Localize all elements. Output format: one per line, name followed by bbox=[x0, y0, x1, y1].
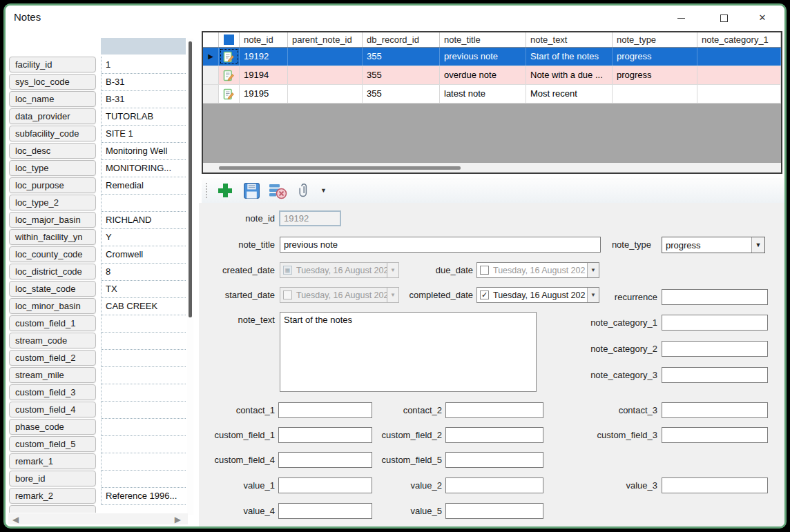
field-value-cell[interactable]: B-31 bbox=[102, 74, 186, 91]
cell-note_id[interactable]: 19192 bbox=[240, 48, 288, 66]
cell-note_title[interactable]: latest note bbox=[440, 85, 526, 103]
cell-parent_note_id[interactable] bbox=[288, 66, 363, 84]
vertical-scrollbar-thumb[interactable] bbox=[189, 41, 192, 317]
value-3-field[interactable] bbox=[662, 477, 768, 493]
value-1-field[interactable] bbox=[278, 477, 372, 493]
completed-date-picker[interactable]: ✓ Tuesday, 16 August 202 ▼ bbox=[476, 287, 599, 303]
custom-field-3-field[interactable] bbox=[662, 427, 768, 443]
field-label-button[interactable]: facility_id bbox=[9, 57, 96, 72]
attachment-button[interactable] bbox=[294, 181, 314, 200]
contact-2-field[interactable] bbox=[445, 402, 543, 418]
column-header-note_category_1[interactable]: note_category_1 bbox=[697, 32, 781, 47]
column-header-db_record_id[interactable]: db_record_id bbox=[363, 32, 440, 47]
completed-date-checkbox[interactable]: ✓ bbox=[480, 290, 489, 299]
field-label-button[interactable]: loc_minor_basin bbox=[9, 298, 96, 314]
cell-note_text[interactable]: Most recent bbox=[526, 85, 613, 103]
field-value-cell[interactable] bbox=[102, 333, 186, 350]
minimize-button[interactable] bbox=[666, 10, 696, 26]
table-row[interactable]: 19194355overdue noteNote with a due ...p… bbox=[203, 66, 781, 85]
note-category-1-field[interactable] bbox=[662, 315, 768, 331]
table-horizontal-scrollbar[interactable] bbox=[203, 163, 781, 173]
field-label-button[interactable]: within_facility_yn bbox=[9, 229, 96, 245]
column-header-parent_note_id[interactable]: parent_note_id bbox=[288, 32, 363, 47]
table-row[interactable]: ▶19192355previous noteStart of the notes… bbox=[203, 48, 781, 66]
contact-1-field[interactable] bbox=[278, 402, 372, 418]
toolbar-more-button[interactable]: ▼ bbox=[320, 187, 327, 194]
cell-note_type[interactable] bbox=[613, 85, 697, 103]
chevron-down-icon[interactable]: ▼ bbox=[387, 288, 398, 302]
maximize-button[interactable] bbox=[709, 10, 739, 26]
row-indicator-cell[interactable] bbox=[203, 66, 219, 84]
field-value-cell[interactable]: MONITORING... bbox=[102, 160, 186, 177]
chevron-down-icon[interactable]: ▼ bbox=[587, 288, 599, 302]
field-label-button[interactable]: sys_loc_code bbox=[9, 74, 96, 90]
note-id-field[interactable] bbox=[279, 210, 341, 226]
column-header-note_title[interactable]: note_title bbox=[440, 32, 526, 47]
field-value-cell[interactable] bbox=[102, 419, 186, 436]
field-label-button[interactable]: custom_field_3 bbox=[9, 384, 96, 400]
field-label-button[interactable]: custom_field_5 bbox=[9, 436, 96, 452]
cell-db_record_id[interactable]: 355 bbox=[363, 66, 440, 84]
table-scrollbar-thumb[interactable] bbox=[219, 166, 461, 170]
custom-field-1-field[interactable] bbox=[278, 427, 372, 443]
field-value-cell[interactable]: SITE 1 bbox=[102, 126, 186, 143]
row-indicator-cell[interactable]: ▶ bbox=[203, 48, 219, 66]
field-value-cell[interactable]: CAB CREEK bbox=[102, 298, 186, 315]
cell-note_type[interactable]: progress bbox=[613, 66, 697, 84]
scroll-right-icon[interactable]: ▶ bbox=[175, 515, 181, 524]
cell-note_type[interactable]: progress bbox=[613, 48, 697, 66]
field-label-button[interactable]: loc_county_code bbox=[9, 246, 96, 262]
value-5-field[interactable] bbox=[445, 503, 543, 519]
field-label-button[interactable]: stream_code bbox=[9, 333, 96, 348]
field-label-button[interactable]: loc_desc bbox=[9, 143, 96, 159]
field-value-cell[interactable]: Cromwell bbox=[102, 246, 186, 264]
started-date-picker[interactable]: Tuesday, 16 August 202 ▼ bbox=[280, 287, 399, 303]
field-value-cell[interactable]: Reference 1996... bbox=[102, 488, 186, 505]
scroll-left-icon[interactable]: ◀ bbox=[12, 515, 19, 524]
note-title-field[interactable] bbox=[280, 237, 601, 253]
field-label-button[interactable]: loc_type_2 bbox=[9, 195, 96, 210]
note-text-field[interactable]: Start of the notes bbox=[280, 312, 537, 392]
field-label-button[interactable]: loc_type bbox=[9, 160, 96, 176]
created-date-picker[interactable]: ▦ Tuesday, 16 August 202 ▼ bbox=[280, 262, 399, 278]
cell-note_id[interactable]: 19194 bbox=[240, 66, 288, 84]
field-value-cell[interactable] bbox=[102, 453, 186, 471]
custom-field-4-field[interactable] bbox=[278, 452, 372, 468]
delete-note-button[interactable] bbox=[268, 181, 287, 200]
field-label-button[interactable]: loc_state_code bbox=[9, 281, 96, 297]
note-icon-cell[interactable] bbox=[219, 85, 240, 103]
field-label-button[interactable]: subfacility_code bbox=[9, 126, 96, 141]
chevron-down-icon[interactable]: ▼ bbox=[387, 263, 398, 277]
add-note-button[interactable] bbox=[215, 181, 235, 200]
field-label-button[interactable]: stream_mile bbox=[9, 367, 96, 383]
field-value-cell[interactable] bbox=[102, 384, 186, 402]
cell-note_category_1[interactable] bbox=[697, 85, 781, 103]
field-value-cell[interactable]: RICHLAND bbox=[102, 212, 186, 229]
note-icon-cell[interactable] bbox=[219, 66, 240, 84]
contact-3-field[interactable] bbox=[662, 402, 768, 418]
table-row[interactable]: 19195355latest noteMost recent bbox=[203, 85, 781, 104]
field-value-cell[interactable]: B-31 bbox=[102, 91, 186, 108]
field-label-button[interactable]: phase_code bbox=[9, 419, 96, 435]
due-date-picker[interactable]: Tuesday, 16 August 202 ▼ bbox=[476, 262, 599, 278]
field-value-cell[interactable]: TX bbox=[102, 281, 186, 298]
chevron-down-icon[interactable]: ▼ bbox=[751, 237, 764, 253]
horizontal-scrollbar[interactable]: ◀ ▶ bbox=[8, 513, 188, 524]
vertical-scrollbar[interactable] bbox=[187, 39, 193, 515]
cell-parent_note_id[interactable] bbox=[288, 85, 363, 103]
cell-note_text[interactable]: Start of the notes bbox=[526, 48, 613, 66]
column-header-note_id[interactable]: note_id bbox=[240, 32, 288, 47]
field-label-button[interactable]: custom_field_1 bbox=[9, 315, 96, 331]
column-header-note_type[interactable]: note_type bbox=[613, 32, 697, 47]
field-label-button[interactable]: data_provider bbox=[9, 108, 96, 124]
field-label-button[interactable]: loc_district_code bbox=[9, 264, 96, 279]
field-label-button[interactable]: custom_field_2 bbox=[9, 350, 96, 366]
field-value-cell[interactable] bbox=[102, 350, 186, 367]
note-category-2-field[interactable] bbox=[662, 341, 768, 357]
field-label-button[interactable]: bore_id bbox=[9, 471, 96, 486]
cell-parent_note_id[interactable] bbox=[288, 48, 363, 66]
field-value-cell[interactable]: Remedial bbox=[102, 177, 186, 195]
field-label-button[interactable]: custom_field_4 bbox=[9, 402, 96, 417]
cell-note_title[interactable]: previous note bbox=[440, 48, 526, 66]
field-value-cell[interactable]: Monitoring Well bbox=[102, 143, 186, 160]
